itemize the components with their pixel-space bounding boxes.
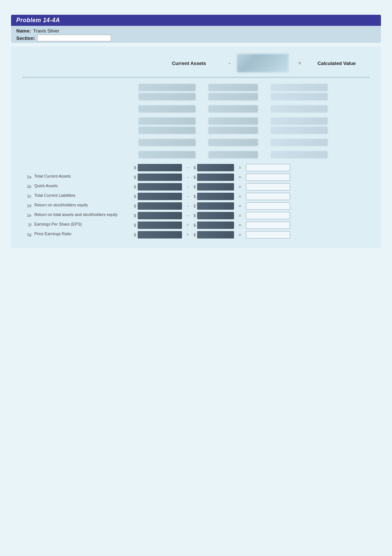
data-row-1g: 1g Price Earnings Ratio $ ÷ $ =	[22, 231, 370, 238]
name-label: Name:	[16, 28, 31, 34]
calc-input-1c[interactable]	[246, 193, 290, 200]
fields-area-1g: $ ÷ $ =	[134, 231, 290, 238]
col-header-calculated-value: Calculated Value	[307, 61, 366, 66]
column-headers: Current Assets - = Calculated Value	[22, 54, 370, 72]
blurred-row-group-4	[22, 139, 370, 146]
blurred-row-group-3a	[22, 117, 370, 125]
fields-area-0: $ - $ =	[134, 164, 290, 171]
data-row-1c: 1c Total Current Liabilities $ - $ =	[22, 193, 370, 200]
fields-area-1e: $ - $ =	[134, 212, 290, 219]
prefix-1c-left: $	[134, 195, 136, 199]
prefix-1c-right: $	[194, 195, 196, 199]
value-bar-1a-right	[197, 174, 234, 181]
row-num-1f: 1f	[22, 222, 31, 227]
row-label-1a: Total Current Assets	[34, 174, 134, 179]
value-bar-1c-left	[138, 193, 182, 200]
row-num-1c: 1c	[22, 193, 31, 198]
row-num-1e: 1e	[22, 212, 31, 217]
prefix-1g-left: $	[134, 233, 136, 237]
row-num-1b: 1b	[22, 183, 31, 189]
fields-area-1b: $ - $ =	[134, 183, 290, 191]
row-label-1g: Price Earnings Ratio	[34, 231, 134, 237]
data-row-1b: 1b Quick Assets $ - $ =	[22, 183, 370, 191]
header: Problem 14-4A Name: Travis Silver Sectio…	[11, 15, 381, 43]
name-value: Travis Silver	[33, 28, 59, 34]
section-input[interactable]	[37, 35, 111, 41]
calc-input-1d[interactable]	[246, 202, 290, 210]
row-label-1b: Quick Assets	[34, 183, 134, 189]
data-row-1a: 1a Total Current Assets $ - $ =	[22, 174, 370, 181]
calc-input-1a[interactable]	[246, 174, 290, 181]
row-num-1d: 1d	[22, 202, 31, 208]
row-label-1e: Return on total assets and stockholders …	[34, 212, 134, 217]
blurred-row-group-2	[22, 105, 370, 113]
value-bar-1f-left	[138, 222, 182, 229]
prefix-0b: $	[194, 166, 196, 170]
calc-input-1f[interactable]	[246, 222, 290, 229]
prefix-1b-left: $	[134, 185, 136, 189]
page-wrapper: Problem 14-4A Name: Travis Silver Sectio…	[0, 0, 392, 556]
prefix-1b-right: $	[194, 185, 196, 189]
section-label: Section:	[16, 35, 35, 41]
equals-separator: =	[296, 60, 303, 66]
prefix-1a-right: $	[194, 175, 196, 179]
value-bar-1d-right	[197, 202, 234, 210]
top-separator	[22, 77, 370, 78]
blurred-row-group-3b	[22, 127, 370, 134]
prefix-0a: $	[134, 166, 136, 170]
calc-input-0[interactable]	[246, 164, 290, 171]
value-bar-1a-left	[138, 174, 182, 181]
row-label-1d: Return on stockholders equity	[34, 202, 134, 208]
dash-separator: -	[226, 60, 233, 66]
section-row: Section:	[16, 35, 376, 41]
prefix-1g-right: $	[194, 233, 196, 237]
data-row-0: $ - $ =	[22, 164, 370, 171]
value-bar-0a	[138, 164, 182, 171]
calc-input-1e[interactable]	[246, 212, 290, 219]
fields-area-1c: $ - $ =	[134, 193, 290, 200]
value-bar-1g-left	[138, 231, 182, 238]
prefix-1f-right: $	[194, 223, 196, 227]
value-bar-1b-left	[138, 183, 182, 191]
fields-area-1a: $ - $ =	[134, 174, 290, 181]
prefix-1a-left: $	[134, 175, 136, 179]
prefix-1d-left: $	[134, 204, 136, 208]
value-bar-1g-right	[197, 231, 234, 238]
calc-input-1g[interactable]	[246, 231, 290, 238]
fields-area-1f: $ ÷ $ =	[134, 222, 290, 229]
blurred-row-group-5	[22, 151, 370, 158]
calc-input-1b[interactable]	[246, 183, 290, 191]
page-title: Problem 14-4A	[11, 15, 381, 26]
row-num-1g: 1g	[22, 231, 31, 237]
row-num-1a: 1a	[22, 174, 31, 179]
prefix-1e-right: $	[194, 214, 196, 218]
data-row-1d: 1d Return on stockholders equity $ - $ =	[22, 202, 370, 210]
blurred-header-image	[237, 54, 289, 72]
value-bar-1f-right	[197, 222, 234, 229]
blurred-row-group-1a	[22, 84, 370, 91]
prefix-1e-left: $	[134, 214, 136, 218]
col-header-current-assets: Current Assets	[159, 61, 219, 66]
row-num-0	[22, 164, 31, 165]
fields-area-1d: $ - $ =	[134, 202, 290, 210]
value-bar-0b	[197, 164, 234, 171]
blurred-row-group-1b	[22, 93, 370, 100]
prefix-1d-right: $	[194, 204, 196, 208]
data-row-1e: 1e Return on total assets and stockholde…	[22, 212, 370, 219]
header-info: Name: Travis Silver Section:	[11, 26, 381, 43]
value-bar-1e-right	[197, 212, 234, 219]
value-bar-1e-left	[138, 212, 182, 219]
name-row: Name: Travis Silver	[16, 28, 376, 34]
row-label-1f: Earnings Per Share (EPS)	[34, 222, 134, 227]
value-bar-1d-left	[138, 202, 182, 210]
value-bar-1b-right	[197, 183, 234, 191]
main-content: Current Assets - = Calculated Value	[11, 47, 381, 248]
data-row-1f: 1f Earnings Per Share (EPS) $ ÷ $ =	[22, 222, 370, 229]
prefix-1f-left: $	[134, 223, 136, 227]
row-label-1c: Total Current Liabilities	[34, 193, 134, 198]
value-bar-1c-right	[197, 193, 234, 200]
